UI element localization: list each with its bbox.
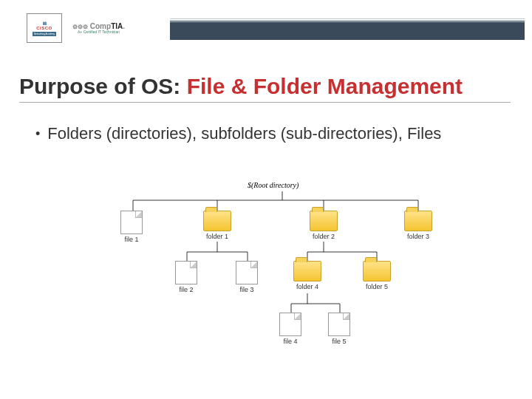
node-label: file 1 bbox=[120, 236, 143, 243]
node-file3: file 3 bbox=[236, 261, 258, 293]
comptia-dot: . bbox=[123, 22, 125, 30]
comptia-logo: ⚙⚙⚙ CompTIA. A+ Certified IT Technician bbox=[72, 22, 125, 35]
node-label: file 5 bbox=[328, 338, 350, 345]
bullet-item: • Folders (directories), subfolders (sub… bbox=[35, 123, 479, 144]
header-divider bbox=[170, 21, 525, 40]
folder-icon bbox=[363, 261, 391, 282]
title-plain: Purpose of OS: bbox=[19, 74, 187, 98]
node-label: folder 3 bbox=[404, 233, 432, 240]
file-icon bbox=[279, 313, 301, 336]
slide-header: ılıılı CISCO Networking Academy ⚙⚙⚙ Comp… bbox=[0, 0, 532, 44]
node-file1: file 1 bbox=[120, 211, 143, 243]
node-label: file 3 bbox=[236, 286, 258, 293]
node-label: file 4 bbox=[279, 338, 301, 345]
folder-icon bbox=[404, 211, 432, 231]
node-label: folder 5 bbox=[363, 283, 391, 290]
cisco-bars-icon: ılıılı bbox=[43, 21, 47, 26]
node-folder1: folder 1 bbox=[203, 211, 231, 240]
file-icon bbox=[175, 261, 197, 284]
node-label: folder 4 bbox=[293, 283, 321, 290]
logo-row: ılıılı CISCO Networking Academy ⚙⚙⚙ Comp… bbox=[27, 13, 125, 43]
folder-tree-diagram: $(Root directory) file 1 folder 1 folder… bbox=[0, 181, 532, 373]
bullet-marker: • bbox=[35, 123, 40, 144]
cisco-subtitle: Networking Academy bbox=[33, 32, 56, 36]
comptia-subtitle: A+ Certified IT Technician bbox=[78, 30, 120, 35]
node-label: folder 2 bbox=[310, 233, 338, 240]
file-icon bbox=[120, 211, 143, 234]
folder-icon bbox=[310, 211, 338, 231]
node-file2: file 2 bbox=[175, 261, 197, 293]
node-folder2: folder 2 bbox=[310, 211, 338, 240]
node-label: file 2 bbox=[175, 286, 197, 293]
cisco-logo: ılıılı CISCO Networking Academy bbox=[27, 13, 62, 43]
slide-title: Purpose of OS: File & Folder Management bbox=[19, 74, 511, 103]
folder-icon bbox=[293, 261, 321, 282]
node-folder5: folder 5 bbox=[363, 261, 391, 290]
node-folder4: folder 4 bbox=[293, 261, 321, 290]
file-icon bbox=[328, 313, 350, 336]
node-label: folder 1 bbox=[203, 233, 231, 240]
node-folder3: folder 3 bbox=[404, 211, 432, 240]
folder-icon bbox=[203, 211, 231, 231]
cisco-wordmark: CISCO bbox=[36, 26, 52, 30]
bullet-text: Folders (directories), subfolders (sub-d… bbox=[47, 123, 441, 144]
file-icon bbox=[236, 261, 258, 284]
node-file5: file 5 bbox=[328, 313, 350, 345]
node-file4: file 4 bbox=[279, 313, 301, 345]
tree-connectors bbox=[0, 181, 532, 373]
title-accent: File & Folder Management bbox=[187, 74, 463, 98]
